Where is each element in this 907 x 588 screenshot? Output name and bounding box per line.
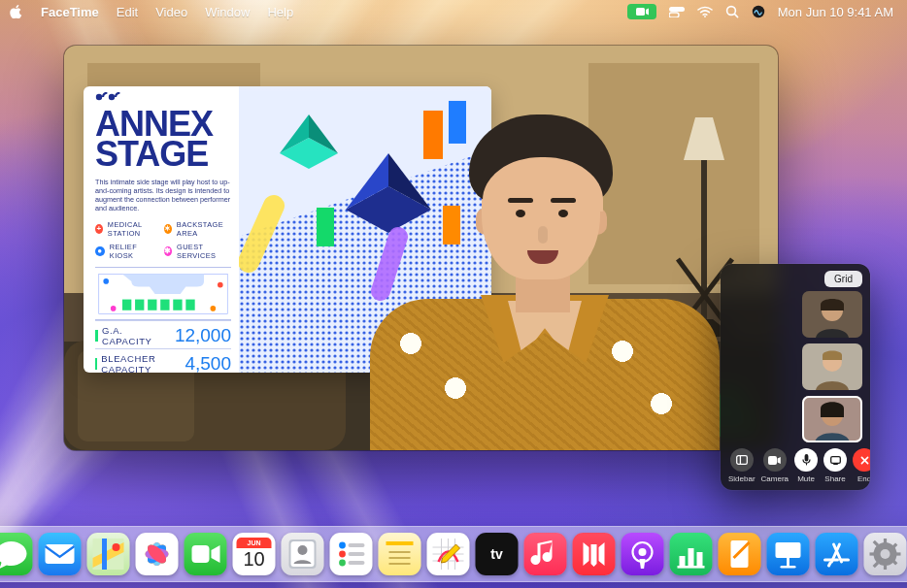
dock-app-appstore[interactable]: [816, 533, 858, 575]
svg-rect-0: [636, 8, 645, 16]
control-center-icon[interactable]: [669, 7, 685, 17]
camera-button[interactable]: Camera: [761, 448, 789, 483]
svg-point-18: [96, 94, 102, 100]
svg-rect-1: [669, 7, 685, 12]
svg-text:tv: tv: [490, 546, 503, 562]
guest-services-icon: ✱: [164, 246, 172, 256]
svg-rect-96: [678, 566, 705, 569]
svg-point-27: [103, 278, 109, 284]
dock-app-music[interactable]: [524, 533, 567, 575]
presentation-mini-map: [95, 267, 231, 320]
dock-app-podcasts[interactable]: [621, 533, 664, 575]
dock-app-freeform[interactable]: [427, 533, 470, 575]
siri-icon[interactable]: [752, 5, 765, 18]
svg-rect-94: [689, 548, 694, 566]
backstage-area-icon: ✶: [164, 224, 172, 234]
menubar-clock[interactable]: Mon Jun 10 9:41 AM: [778, 5, 893, 19]
svg-point-29: [111, 306, 117, 311]
svg-rect-98: [776, 542, 801, 558]
dock-app-reminders[interactable]: [330, 533, 373, 575]
svg-rect-25: [173, 299, 182, 310]
svg-rect-2: [669, 13, 679, 17]
ga-capacity-value: 12,000: [175, 325, 231, 346]
dock: JUN10 tv: [0, 526, 907, 582]
dock-app-maps[interactable]: [87, 533, 130, 575]
dock-app-notes[interactable]: [379, 533, 421, 575]
svg-rect-23: [148, 299, 156, 310]
svg-rect-80: [386, 541, 414, 545]
dock-app-pages[interactable]: [719, 533, 761, 575]
dock-app-messages[interactable]: [0, 533, 33, 575]
facetime-controls-window[interactable]: Grid Sidebar Camera Mute Share: [721, 264, 870, 490]
dock-app-keynote[interactable]: [767, 533, 810, 575]
menubar: FaceTime Edit Video Window Help Mon Jun …: [0, 0, 907, 23]
svg-rect-100: [781, 566, 796, 569]
menu-edit[interactable]: Edit: [117, 5, 138, 19]
dock-app-tv[interactable]: tv: [476, 533, 519, 575]
svg-point-76: [339, 551, 346, 558]
svg-point-19: [109, 94, 115, 100]
svg-point-92: [639, 548, 647, 556]
bleacher-capacity-value: 4,500: [185, 353, 231, 373]
menu-window[interactable]: Window: [205, 5, 250, 19]
dock-app-numbers[interactable]: [670, 533, 713, 575]
svg-rect-24: [160, 299, 169, 310]
svg-rect-21: [122, 299, 131, 310]
svg-point-5: [753, 6, 764, 17]
self-view-tile[interactable]: [802, 396, 862, 442]
svg-point-74: [339, 542, 346, 549]
svg-rect-60: [46, 544, 75, 564]
dock-app-contacts[interactable]: [282, 533, 324, 575]
svg-rect-106: [884, 539, 887, 544]
presentation-logo-icon: [95, 92, 120, 102]
svg-rect-75: [349, 543, 365, 547]
dock-app-photos[interactable]: [136, 533, 179, 575]
dock-app-system-settings[interactable]: [864, 533, 907, 575]
menu-video[interactable]: Video: [155, 5, 187, 19]
facetime-main-video-window[interactable]: | 01 | VENUE V2.1 ANNEX STAGE This intim…: [64, 46, 778, 450]
svg-rect-43: [736, 456, 747, 465]
svg-rect-107: [884, 564, 887, 570]
grid-view-button[interactable]: Grid: [824, 271, 862, 287]
participant-tile[interactable]: [802, 343, 862, 390]
svg-rect-109: [895, 552, 901, 555]
svg-rect-26: [185, 299, 194, 310]
menu-help[interactable]: Help: [267, 5, 293, 19]
svg-rect-22: [135, 299, 144, 310]
medical-station-icon: +: [95, 224, 103, 234]
relief-kiosk-icon: ●: [95, 246, 105, 256]
svg-point-61: [113, 543, 120, 551]
svg-rect-99: [787, 558, 789, 566]
presentation-legend: +MEDICAL STATION ✶BACKSTAGE AREA ●RELIEF…: [95, 220, 231, 260]
presenter-video-cutout: [360, 95, 729, 450]
svg-rect-48: [830, 456, 840, 463]
screenshare-status-pill[interactable]: [627, 4, 656, 19]
app-menu-name[interactable]: FaceTime: [41, 5, 99, 19]
dock-app-mail[interactable]: [39, 533, 82, 575]
svg-rect-33: [317, 208, 334, 246]
participant-tile[interactable]: [802, 291, 862, 338]
svg-rect-45: [768, 456, 777, 465]
svg-rect-79: [349, 561, 365, 565]
dock-app-news[interactable]: [573, 533, 616, 575]
svg-rect-77: [349, 552, 365, 556]
svg-line-103: [829, 563, 831, 566]
wifi-icon[interactable]: [697, 6, 713, 17]
svg-rect-46: [804, 454, 808, 461]
presentation-description: This intimate side stage will play host …: [95, 178, 231, 212]
svg-rect-70: [192, 545, 210, 563]
svg-point-78: [339, 560, 346, 567]
mute-button[interactable]: Mute: [794, 448, 818, 483]
apple-menu[interactable]: [10, 5, 23, 18]
dock-app-calendar[interactable]: JUN10: [233, 533, 276, 575]
svg-point-73: [298, 545, 308, 555]
svg-rect-93: [680, 556, 686, 566]
svg-point-3: [704, 16, 706, 17]
end-call-button[interactable]: End: [853, 448, 870, 483]
presentation-title-line2: STAGE: [95, 140, 231, 170]
share-button[interactable]: Share: [823, 448, 847, 483]
spotlight-icon[interactable]: [725, 5, 739, 18]
sidebar-button[interactable]: Sidebar: [728, 448, 756, 483]
dock-app-facetime[interactable]: [185, 533, 227, 575]
svg-rect-108: [870, 552, 876, 555]
